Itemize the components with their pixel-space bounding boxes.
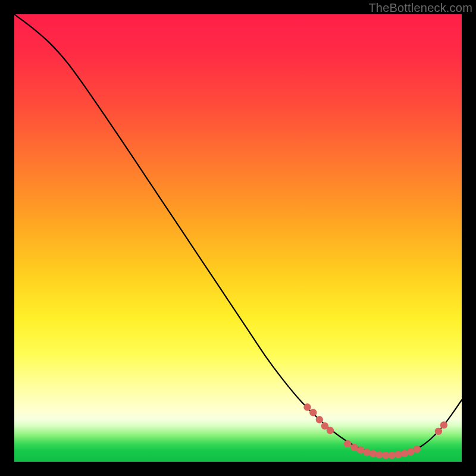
chart-stage: TheBottleneck.com [0, 0, 476, 476]
curve-marker [388, 452, 395, 459]
curve-marker [327, 427, 334, 434]
chart-svg [14, 14, 462, 462]
curve-marker [401, 450, 408, 457]
curve-marker [357, 446, 364, 453]
watermark-label: TheBottleneck.com [368, 1, 472, 15]
curve-marker [369, 450, 377, 457]
curve-marker [344, 440, 351, 447]
curve-marker [375, 451, 383, 458]
gradient-plot-area [14, 14, 462, 462]
curve-marker [363, 449, 370, 456]
curve-markers [303, 403, 447, 459]
curve-marker [440, 421, 447, 428]
curve-marker [435, 428, 442, 435]
curve-marker [414, 446, 421, 453]
curve-marker [309, 409, 317, 416]
bottleneck-curve [14, 14, 462, 455]
curve-marker [303, 403, 311, 411]
curve-marker [316, 416, 323, 423]
curve-marker [394, 451, 402, 458]
